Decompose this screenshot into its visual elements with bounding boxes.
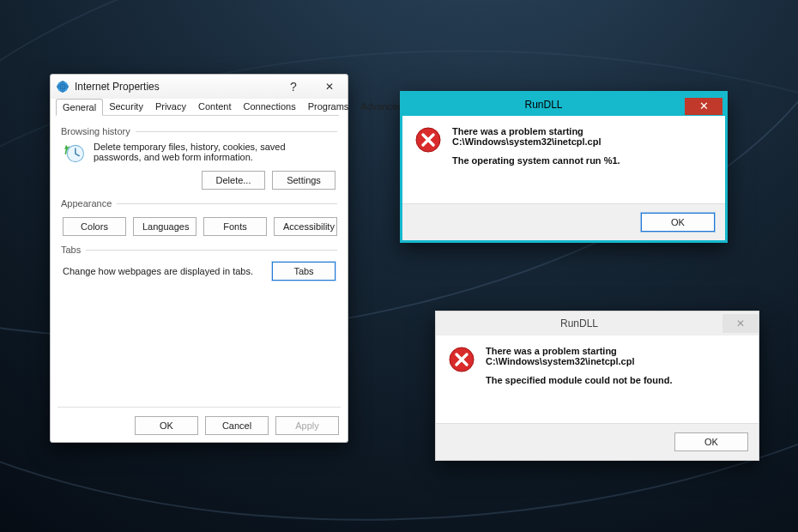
titlebar[interactable]: RunDLL ✕	[402, 94, 725, 116]
tab-privacy[interactable]: Privacy	[149, 99, 192, 115]
footer-separator	[57, 407, 341, 408]
tab-security[interactable]: Security	[103, 99, 149, 115]
error-line-2: The operating system cannot run %1.	[452, 155, 713, 166]
rundll-error-dialog-2: RunDLL ✕ There was a problem starting C:…	[435, 311, 759, 461]
tabs-button[interactable]: Tabs	[272, 262, 336, 281]
tabs-description: Change how webpages are displayed in tab…	[63, 266, 253, 276]
settings-button[interactable]: Settings	[272, 171, 336, 190]
ok-button[interactable]: OK	[674, 432, 748, 451]
error-line-1: There was a problem starting C:\Windows\…	[486, 346, 747, 366]
history-icon	[63, 142, 87, 166]
cancel-button[interactable]: Cancel	[205, 416, 269, 435]
error-message: There was a problem starting C:\Windows\…	[486, 346, 747, 385]
dialog-body: Browsing history Delete temporary files,…	[59, 115, 339, 402]
group-browsing-history: Browsing history Delete temporary files,…	[61, 126, 337, 190]
window-title: RunDLL	[436, 317, 722, 329]
error-icon	[448, 346, 475, 373]
apply-button[interactable]: Apply	[275, 416, 339, 435]
dialog-body: There was a problem starting C:\Windows\…	[436, 336, 759, 423]
close-button[interactable]: ✕	[311, 77, 348, 96]
group-header: Browsing history	[61, 126, 130, 136]
fonts-button[interactable]: Fonts	[203, 217, 267, 236]
error-icon	[414, 126, 442, 154]
dialog-footer: OK	[436, 423, 759, 460]
tab-content[interactable]: Content	[192, 99, 238, 115]
group-header: Appearance	[61, 198, 112, 209]
titlebar[interactable]: Internet Properties ? ✕	[51, 75, 348, 99]
window-title: RunDLL	[402, 99, 685, 111]
tab-general[interactable]: General	[56, 99, 103, 116]
languages-button[interactable]: Languages	[133, 217, 196, 236]
rundll-error-dialog-1: RunDLL ✕ There was a problem starting C:…	[400, 91, 728, 243]
close-button[interactable]: ✕	[722, 314, 759, 333]
window-title: Internet Properties	[75, 81, 275, 93]
dialog-body: There was a problem starting C:\Windows\…	[402, 116, 725, 203]
browsing-history-description: Delete temporary files, history, cookies…	[94, 142, 336, 162]
internet-options-icon	[56, 80, 70, 94]
delete-button[interactable]: Delete...	[202, 171, 265, 190]
group-header: Tabs	[61, 245, 81, 255]
tab-connections[interactable]: Connections	[237, 99, 301, 115]
dialog-footer: OK	[402, 203, 725, 240]
tab-strip: GeneralSecurityPrivacyContentConnections…	[51, 99, 348, 115]
tab-programs[interactable]: Programs	[302, 99, 355, 115]
close-button[interactable]: ✕	[685, 98, 722, 115]
titlebar[interactable]: RunDLL ✕	[436, 311, 759, 336]
internet-properties-window: Internet Properties ? ✕ GeneralSecurityP…	[50, 74, 348, 443]
colors-button[interactable]: Colors	[63, 217, 126, 236]
help-button[interactable]: ?	[275, 77, 311, 96]
error-line-1: There was a problem starting C:\Windows\…	[452, 126, 713, 147]
error-message: There was a problem starting C:\Windows\…	[452, 126, 713, 166]
accessibility-button[interactable]: Accessibility	[274, 217, 337, 236]
dialog-footer: OK Cancel Apply	[135, 416, 339, 435]
error-line-2: The specified module could not be found.	[486, 375, 747, 385]
group-appearance: Appearance Colors Languages Fonts Access…	[61, 198, 337, 236]
ok-button[interactable]: OK	[135, 416, 198, 435]
group-tabs: Tabs Change how webpages are displayed i…	[61, 245, 337, 281]
ok-button[interactable]: OK	[641, 213, 715, 232]
